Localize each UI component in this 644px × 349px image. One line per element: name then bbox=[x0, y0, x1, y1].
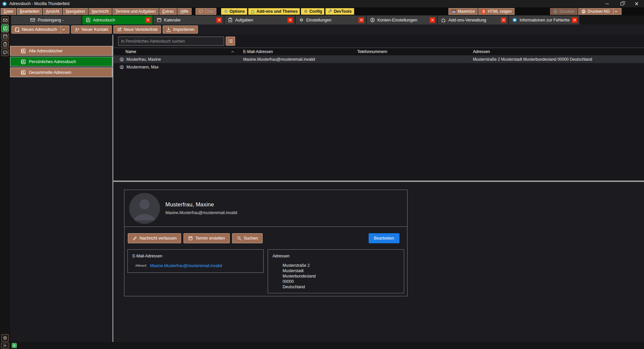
tab-close-button[interactable] bbox=[430, 17, 435, 23]
calendar-icon bbox=[188, 236, 193, 241]
window-tool-group: Maximize 5 HTML zeigen bbox=[448, 8, 516, 15]
devtools-button[interactable]: DevTools bbox=[325, 8, 354, 15]
address-line: Musterbundesland bbox=[283, 273, 399, 279]
create-event-button[interactable]: Termin erstellen bbox=[183, 233, 229, 243]
display-options-button[interactable] bbox=[226, 37, 235, 46]
tab-konten-einstellungen[interactable]: Konten-Einstellungen bbox=[367, 15, 438, 24]
gear-icon: ⚙ bbox=[3, 336, 7, 340]
address-book-toolbar: Neues Adressbuch Neuer Kontakt Neue Vert… bbox=[10, 24, 644, 35]
table-row[interactable]: Musterfrau, Maxine Maxine.Musterfrau@mus… bbox=[113, 55, 644, 63]
address-section-title: Adressen bbox=[273, 254, 399, 258]
spaces-settings-button[interactable]: ⚙ bbox=[1, 334, 9, 342]
puzzle-icon bbox=[441, 17, 446, 22]
space-chat-button[interactable] bbox=[1, 49, 9, 56]
addon-button-group: ⚙ Options Add-ons und Themes ⚙ Config De… bbox=[221, 8, 355, 15]
online-status-icon bbox=[12, 343, 17, 348]
chat-icon bbox=[3, 50, 8, 55]
close-button[interactable] bbox=[629, 0, 644, 7]
restore-button[interactable] bbox=[614, 0, 629, 7]
write-message-button[interactable]: Nachricht verfassen bbox=[128, 233, 181, 243]
tab-close-button[interactable] bbox=[359, 17, 364, 23]
menu-extras[interactable]: Extras bbox=[159, 8, 177, 15]
html-zeigen-button[interactable]: 5 HTML zeigen bbox=[478, 8, 515, 15]
search-contact-button[interactable]: Suchen bbox=[232, 233, 263, 243]
menu-datei[interactable]: Datei bbox=[1, 8, 16, 15]
space-tasks-button[interactable] bbox=[1, 41, 9, 48]
email-row: PRIVAT Maxine.Musterfrau@musteremail.inv… bbox=[132, 263, 259, 268]
sort-ascending-icon bbox=[230, 50, 235, 54]
column-header-address[interactable]: Adressen bbox=[468, 48, 644, 55]
space-mail-button[interactable] bbox=[1, 16, 9, 24]
tab-posteingang[interactable]: Posteingang - bbox=[11, 15, 82, 24]
maximize-tool-button[interactable]: Maximize bbox=[448, 8, 478, 15]
chat-button[interactable]: Chat bbox=[196, 8, 216, 15]
gear-icon: ⚙ bbox=[299, 17, 304, 22]
search-input[interactable] bbox=[118, 37, 224, 46]
menu-navigation[interactable]: Navigation bbox=[63, 8, 88, 15]
column-header-email[interactable]: E-Mail-Adressen bbox=[238, 48, 352, 55]
import-icon bbox=[166, 27, 171, 32]
tab-close-button[interactable] bbox=[287, 17, 293, 23]
thunderbird-logo-icon bbox=[2, 1, 7, 6]
gear-gray-icon: ⚙ bbox=[303, 9, 308, 14]
book-plus-icon bbox=[15, 27, 20, 32]
email-type-label: PRIVAT bbox=[136, 264, 147, 267]
address-book-icon bbox=[20, 70, 26, 75]
new-contact-button[interactable]: Neuer Kontakt bbox=[71, 26, 112, 34]
main-column: Posteingang - Adressbuch Kalender Aufgab… bbox=[10, 15, 644, 349]
sidebar-item-gesammelte-adressen[interactable]: Gesammelte Adressen bbox=[10, 67, 112, 77]
addresses-section: Adressen Musterstraße 2 Musterstadt Must… bbox=[268, 249, 405, 293]
tab-aufgaben[interactable]: Aufgaben bbox=[224, 15, 296, 24]
sidebar-item-alle-adressbuecher[interactable]: Alle Adressbücher bbox=[10, 46, 112, 56]
spaces-collapse-button[interactable] bbox=[1, 343, 9, 348]
tab-kalender[interactable]: Kalender bbox=[153, 15, 224, 24]
menu-nachricht[interactable]: Nachricht bbox=[89, 8, 112, 15]
new-address-book-button[interactable]: Neues Adressbuch bbox=[11, 26, 69, 34]
address-line: 00000 bbox=[283, 279, 399, 284]
addons-themes-button[interactable]: Add-ons und Themes bbox=[248, 8, 300, 15]
thunderbird-icon bbox=[512, 17, 517, 22]
column-header-phone[interactable]: Telefonnummern bbox=[352, 48, 468, 55]
cell-name: Mustermann, Max bbox=[113, 65, 238, 69]
options-button[interactable]: ⚙ Options bbox=[221, 8, 247, 15]
table-row[interactable]: Mustermann, Max bbox=[113, 63, 644, 71]
config-button[interactable]: ⚙ Config bbox=[301, 8, 324, 15]
contact-actions-row: Nachricht verfassen Termin erstellen Suc… bbox=[124, 227, 407, 249]
sidebar-item-persoenliches-adressbuch[interactable]: Persönliches Adressbuch bbox=[10, 57, 112, 66]
spaces-toolbar: ⚙ bbox=[0, 15, 10, 349]
tab-einstellungen[interactable]: ⚙ Einstellungen bbox=[296, 15, 367, 24]
tab-fehlerbehebung[interactable]: Informationen zur Fehlerbeheh bbox=[509, 15, 580, 24]
tab-close-button[interactable] bbox=[145, 17, 151, 23]
space-calendar-button[interactable] bbox=[1, 33, 9, 40]
tab-addons-verwaltung[interactable]: Add-ons-Verwaltung bbox=[438, 15, 509, 24]
drucken-ng-dropdown[interactable] bbox=[613, 8, 619, 14]
close-icon bbox=[635, 2, 639, 6]
edit-button[interactable]: Bearbeiten bbox=[369, 233, 399, 243]
wrench-icon bbox=[328, 9, 332, 14]
minimize-button[interactable] bbox=[600, 0, 614, 7]
chat-icon bbox=[199, 9, 203, 14]
menu-bearbeiten[interactable]: Bearbeiten bbox=[17, 8, 42, 15]
drucken-ng-button[interactable]: Drucken NG bbox=[578, 8, 622, 15]
email-link[interactable]: Maxine.Musterfrau@musteremail.invalid bbox=[150, 263, 222, 268]
menu-termine-und-aufgaben[interactable]: Termine und Aufgaben bbox=[112, 8, 159, 15]
contact-card-header: Musterfrau, Maxine Maxine.Musterfrau@mus… bbox=[124, 190, 407, 227]
menu-ansicht[interactable]: Ansicht bbox=[43, 8, 62, 15]
window-icon bbox=[451, 9, 456, 14]
address-book-icon bbox=[86, 17, 91, 22]
tab-adressbuch[interactable]: Adressbuch bbox=[82, 15, 153, 24]
new-list-button[interactable]: Neue Verteilerliste bbox=[113, 26, 161, 34]
tab-close-button[interactable] bbox=[216, 17, 222, 23]
search-row bbox=[113, 35, 644, 48]
menu-hilfe[interactable]: Hilfe bbox=[177, 8, 192, 15]
space-address-book-button[interactable] bbox=[1, 24, 9, 32]
tab-close-button[interactable] bbox=[572, 17, 577, 23]
tab-close-button[interactable] bbox=[501, 17, 506, 23]
close-icon bbox=[288, 18, 292, 22]
column-header-name[interactable]: Name bbox=[113, 48, 238, 55]
import-button[interactable]: Importieren bbox=[163, 26, 198, 34]
chevron-down-icon bbox=[62, 28, 65, 32]
drucken-button[interactable]: Drucken bbox=[550, 8, 578, 15]
address-line: Deutschland bbox=[283, 284, 399, 290]
new-address-book-dropdown[interactable] bbox=[61, 26, 66, 33]
